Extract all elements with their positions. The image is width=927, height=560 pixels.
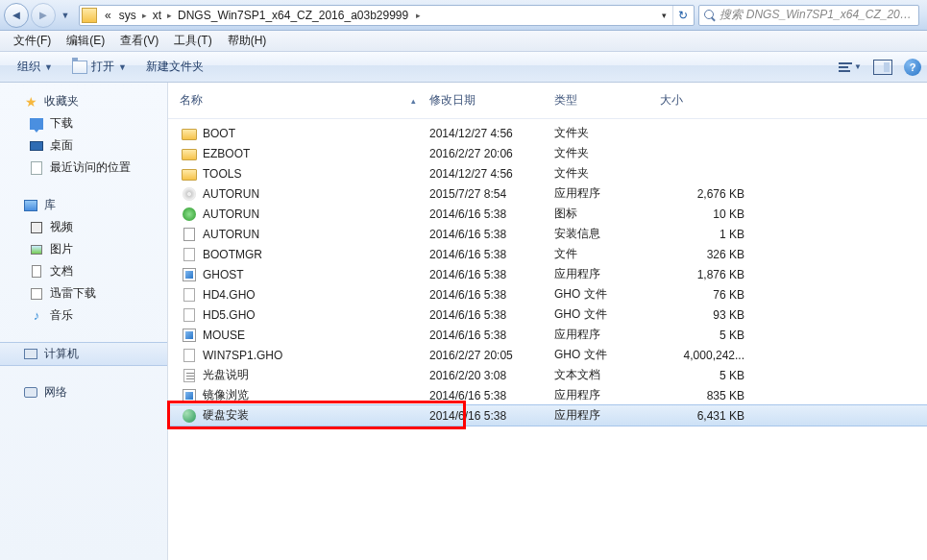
- file-name: HD5.GHO: [203, 308, 256, 322]
- file-size: 835 KB: [658, 389, 754, 402]
- sidebar-item-documents[interactable]: 文档: [0, 260, 167, 282]
- file-date: 2014/12/27 4:56: [427, 167, 552, 181]
- file-name: AUTORUN: [203, 207, 259, 221]
- search-icon: [703, 9, 716, 22]
- sidebar: ★ 收藏夹 下载 桌面 最近访问的位置 库 视频 图片 文档 迅雷下载 ♪音乐 …: [0, 83, 168, 560]
- file-type: 安装信息: [552, 226, 658, 242]
- organize-button[interactable]: 组织 ▼: [8, 55, 62, 79]
- file-name: 光盘说明: [203, 367, 249, 383]
- crumb-xt[interactable]: xt: [149, 9, 165, 22]
- chevron-right-icon[interactable]: ▸: [140, 11, 149, 20]
- file-name: HD4.GHO: [203, 288, 256, 302]
- file-icon: [182, 267, 197, 282]
- file-row[interactable]: TOOLS2014/12/27 4:56文件夹: [168, 163, 927, 183]
- column-date[interactable]: 修改日期: [427, 88, 552, 112]
- xunlei-icon: [31, 288, 42, 300]
- file-row[interactable]: GHOST2014/6/16 5:38应用程序1,876 KB: [168, 264, 927, 284]
- file-row[interactable]: EZBOOT2016/2/27 20:06文件夹: [168, 143, 927, 163]
- file-list-pane: 名称▴ 修改日期 类型 大小 BOOT2014/12/27 4:56文件夹EZB…: [168, 83, 927, 560]
- history-dropdown[interactable]: ▼: [58, 3, 73, 28]
- file-name: 镜像浏览: [203, 387, 249, 403]
- file-row[interactable]: HD4.GHO2014/6/16 5:38GHO 文件76 KB: [168, 284, 927, 304]
- file-date: 2014/6/16 5:38: [427, 268, 552, 281]
- chevron-right-icon[interactable]: ▸: [412, 11, 427, 20]
- crumb-overflow[interactable]: «: [101, 9, 115, 22]
- crumb-sys[interactable]: sys: [115, 9, 140, 22]
- folder-icon: [82, 8, 97, 23]
- menu-file[interactable]: 文件(F): [6, 31, 59, 51]
- file-size: 6,431 KB: [658, 409, 754, 423]
- search-input[interactable]: 搜索 DNGS_Win7SP1_x64_CZ_2016...: [698, 5, 919, 26]
- sidebar-item-downloads[interactable]: 下载: [0, 112, 167, 134]
- column-type[interactable]: 类型: [552, 88, 658, 112]
- sidebar-item-recent[interactable]: 最近访问的位置: [0, 157, 167, 179]
- view-options-button[interactable]: ▼: [839, 58, 862, 77]
- file-icon: [182, 146, 197, 161]
- file-type: 文件夹: [552, 165, 658, 182]
- forward-button[interactable]: ►: [31, 3, 56, 28]
- computer-icon: [24, 349, 37, 359]
- refresh-button[interactable]: ↻: [672, 6, 692, 25]
- picture-icon: [31, 245, 42, 255]
- file-size: 5 KB: [658, 329, 754, 342]
- sidebar-item-videos[interactable]: 视频: [0, 216, 167, 238]
- column-size[interactable]: 大小: [658, 88, 754, 112]
- help-button[interactable]: ?: [904, 59, 921, 76]
- sidebar-item-pictures[interactable]: 图片: [0, 238, 167, 260]
- new-folder-button[interactable]: 新建文件夹: [136, 55, 213, 79]
- file-row[interactable]: BOOTMGR2014/6/16 5:38文件326 KB: [168, 244, 927, 264]
- music-icon: ♪: [29, 308, 44, 324]
- file-date: 2015/7/27 8:54: [427, 187, 552, 201]
- file-date: 2016/2/27 20:05: [427, 349, 552, 362]
- menu-view[interactable]: 查看(V): [112, 31, 166, 51]
- address-dropdown[interactable]: ▾: [656, 11, 672, 20]
- recent-icon: [31, 161, 42, 175]
- menu-tools[interactable]: 工具(T): [166, 31, 219, 51]
- file-type: 文件夹: [552, 125, 658, 141]
- sort-asc-icon: ▴: [411, 96, 416, 106]
- file-row[interactable]: WIN7SP1.GHO2016/2/27 20:05GHO 文件4,000,24…: [168, 345, 927, 365]
- chevron-down-icon: ▼: [44, 62, 53, 72]
- file-icon: [182, 348, 197, 363]
- file-row[interactable]: 光盘说明2016/2/20 3:08文本文档5 KB: [168, 365, 927, 385]
- file-size: 93 KB: [658, 308, 754, 322]
- library-icon: [24, 200, 37, 211]
- search-placeholder: 搜索 DNGS_Win7SP1_x64_CZ_2016...: [720, 7, 915, 23]
- file-row[interactable]: AUTORUN2015/7/27 8:54应用程序2,676 KB: [168, 183, 927, 204]
- file-row[interactable]: 硬盘安装2014/6/16 5:38应用程序6,431 KB: [168, 405, 927, 426]
- file-row[interactable]: AUTORUN2014/6/16 5:38安装信息1 KB: [168, 224, 927, 244]
- crumb-current[interactable]: DNGS_Win7SP1_x64_CZ_2016_a03b29999: [174, 9, 412, 22]
- file-icon: [182, 388, 197, 403]
- file-row[interactable]: AUTORUN2014/6/16 5:38图标10 KB: [168, 204, 927, 224]
- file-type: 文件: [552, 246, 658, 262]
- file-icon: [182, 368, 197, 383]
- toolbar: 组织 ▼ 打开 ▼ 新建文件夹 ▼ ?: [0, 52, 927, 83]
- document-icon: [32, 265, 41, 278]
- file-row[interactable]: HD5.GHO2014/6/16 5:38GHO 文件93 KB: [168, 304, 927, 325]
- menu-help[interactable]: 帮助(H): [220, 31, 275, 51]
- sidebar-computer[interactable]: 计算机: [0, 342, 167, 366]
- preview-pane-button[interactable]: [871, 58, 894, 77]
- column-name[interactable]: 名称▴: [178, 88, 427, 112]
- file-name: GHOST: [203, 268, 244, 281]
- file-rows: BOOT2014/12/27 4:56文件夹EZBOOT2016/2/27 20…: [168, 119, 927, 429]
- sidebar-item-xunlei[interactable]: 迅雷下载: [0, 282, 167, 304]
- chevron-right-icon[interactable]: ▸: [165, 11, 174, 20]
- sidebar-item-music[interactable]: ♪音乐: [0, 304, 167, 327]
- file-row[interactable]: BOOT2014/12/27 4:56文件夹: [168, 123, 927, 143]
- back-button[interactable]: ◄: [4, 3, 29, 28]
- file-icon: [182, 247, 197, 262]
- file-type: 文本文档: [552, 367, 658, 383]
- menu-edit[interactable]: 编辑(E): [59, 31, 112, 51]
- sidebar-item-desktop[interactable]: 桌面: [0, 134, 167, 157]
- file-size: 2,676 KB: [658, 187, 754, 201]
- address-bar[interactable]: « sys ▸ xt ▸ DNGS_Win7SP1_x64_CZ_2016_a0…: [79, 5, 695, 26]
- open-button[interactable]: 打开 ▼: [62, 55, 136, 79]
- chevron-down-icon: ▼: [118, 62, 127, 72]
- sidebar-libraries[interactable]: 库: [0, 194, 167, 216]
- file-row[interactable]: MOUSE2014/6/16 5:38应用程序5 KB: [168, 325, 927, 345]
- sidebar-network[interactable]: 网络: [0, 381, 167, 403]
- sidebar-favorites[interactable]: ★ 收藏夹: [0, 90, 167, 112]
- file-row[interactable]: 镜像浏览2014/6/16 5:38应用程序835 KB: [168, 385, 927, 405]
- column-headers: 名称▴ 修改日期 类型 大小: [168, 83, 927, 119]
